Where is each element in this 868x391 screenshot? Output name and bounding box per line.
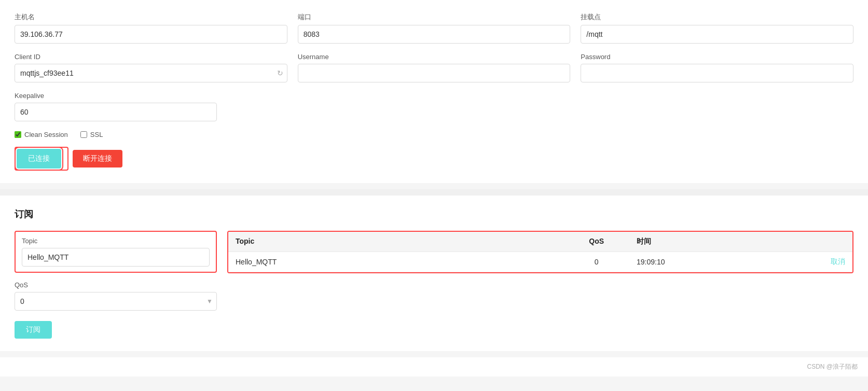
table-header: Topic QoS 时间 [228, 232, 852, 252]
clean-session-checkbox[interactable] [15, 131, 21, 138]
mountpoint-label: 挂载点 [581, 12, 853, 22]
username-label: Username [298, 53, 571, 61]
username-input[interactable] [298, 64, 571, 82]
topic-input[interactable] [22, 248, 210, 267]
password-input[interactable] [581, 64, 853, 82]
ssl-checkbox-wrap: SSL [80, 131, 103, 138]
qos-label: QoS [15, 281, 217, 289]
subscription-table: Topic QoS 时间 Hello_MQTT 0 19:09:10 取消 [227, 231, 853, 273]
mountpoint-input[interactable] [581, 25, 853, 44]
disconnect-button[interactable]: 断开连接 [73, 150, 122, 167]
clean-session-label: Clean Session [24, 131, 68, 138]
topic-label: Topic [22, 237, 210, 245]
refresh-icon[interactable]: ↻ [277, 69, 283, 77]
col-header-qos: QoS [556, 237, 637, 246]
row-qos: 0 [556, 258, 637, 266]
table-row: Hello_MQTT 0 19:09:10 取消 [228, 252, 852, 272]
port-label: 端口 [298, 12, 571, 22]
footer-note: CSDN @浪子陌都 [0, 357, 868, 376]
row-topic: Hello_MQTT [236, 258, 556, 266]
hostname-input[interactable] [15, 25, 287, 44]
row-time: 19:09:10 [637, 258, 765, 266]
port-input[interactable] [298, 25, 571, 44]
hostname-label: 主机名 [15, 12, 287, 22]
clean-session-checkbox-wrap: Clean Session [15, 131, 68, 138]
col-header-time: 时间 [637, 237, 765, 246]
ssl-checkbox[interactable] [80, 131, 87, 138]
cancel-link[interactable]: 取消 [831, 257, 845, 266]
col-header-action [765, 237, 845, 246]
qos-select[interactable]: 0 1 2 [15, 292, 217, 311]
col-header-topic: Topic [236, 237, 556, 246]
subscribe-button[interactable]: 订阅 [15, 321, 52, 339]
ssl-label: SSL [90, 131, 103, 138]
keepalive-label: Keepalive [15, 92, 217, 100]
password-label: Password [581, 53, 853, 61]
subscription-title: 订阅 [15, 208, 853, 220]
clientid-input[interactable] [15, 64, 287, 82]
keepalive-input[interactable] [15, 103, 217, 121]
connected-button[interactable]: 已连接 [17, 149, 61, 169]
clientid-label: Client ID [15, 53, 287, 61]
row-action[interactable]: 取消 [765, 257, 845, 267]
